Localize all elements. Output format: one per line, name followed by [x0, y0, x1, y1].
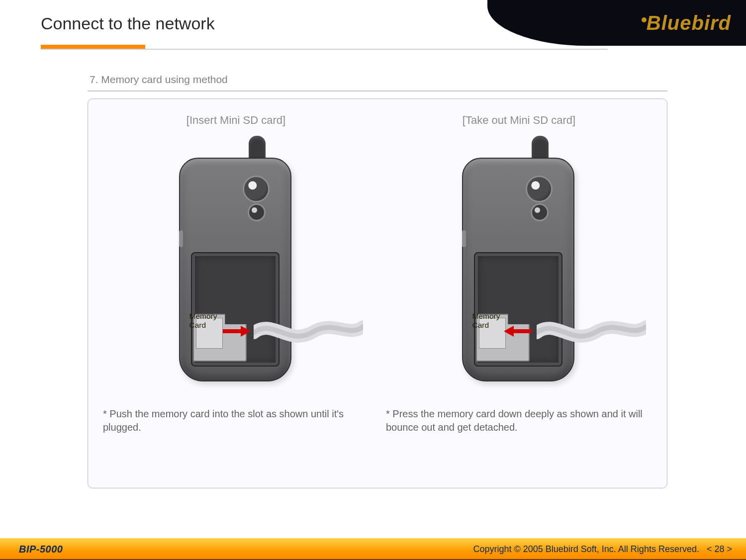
memory-label-line1: Memory	[189, 312, 217, 320]
underline-accent-icon	[41, 45, 145, 49]
insert-caption: * Push the memory card into the slot as …	[99, 407, 373, 434]
title-underline	[41, 45, 608, 50]
flash-lens-icon	[531, 203, 549, 221]
device-remove-illustration: Memory Card	[447, 136, 591, 394]
side-button-icon	[179, 230, 183, 247]
page-footer: BIP-5000 Copyright © 2005 Bluebird Soft,…	[0, 538, 746, 560]
footer-right: Copyright © 2005 Bluebird Soft, Inc. All…	[473, 544, 732, 555]
flash-lens-icon	[248, 203, 266, 221]
remove-heading: [Take out Mini SD card]	[463, 114, 575, 127]
brand-dot-icon	[642, 17, 647, 22]
remove-column: [Take out Mini SD card]	[382, 112, 656, 479]
camera-lens-icon	[526, 176, 553, 202]
footer-page-number: < 28 >	[707, 544, 732, 554]
camera-lenses-icon	[239, 176, 274, 225]
illustration-panel: [Insert Mini SD card]	[88, 98, 667, 488]
memory-label-line2: Card	[472, 321, 489, 329]
side-button-icon	[462, 230, 466, 247]
document-page: Bluebird Connect to the network 7. Memor…	[0, 0, 746, 560]
brand-name: Bluebird	[647, 12, 731, 34]
underline-base-icon	[41, 49, 608, 50]
remove-arrow-icon	[503, 325, 533, 338]
content-area: 7. Memory card using method [Insert Mini…	[88, 70, 667, 488]
insert-heading: [Insert Mini SD card]	[186, 114, 285, 127]
brand-logo: Bluebird	[642, 12, 731, 34]
section-title: 7. Memory card using method	[88, 70, 667, 92]
device-insert-illustration: Memory Card	[164, 136, 308, 394]
remove-caption: * Press the memory card down deeply as s…	[382, 407, 656, 434]
cable-icon	[254, 318, 363, 348]
memory-card-label: Memory Card	[472, 312, 500, 330]
footer-model: BIP-5000	[19, 544, 63, 555]
cable-icon	[537, 318, 646, 348]
insert-column: [Insert Mini SD card]	[99, 112, 373, 479]
camera-lens-icon	[243, 176, 270, 202]
camera-lenses-icon	[522, 176, 557, 225]
insert-arrow-icon	[222, 325, 252, 338]
memory-label-line2: Card	[189, 321, 206, 329]
memory-card-label: Memory Card	[189, 312, 217, 330]
footer-copyright: Copyright © 2005 Bluebird Soft, Inc. All…	[473, 544, 699, 554]
brand-banner: Bluebird	[487, 0, 746, 46]
page-title: Connect to the network	[41, 14, 215, 33]
memory-label-line1: Memory	[472, 312, 500, 320]
